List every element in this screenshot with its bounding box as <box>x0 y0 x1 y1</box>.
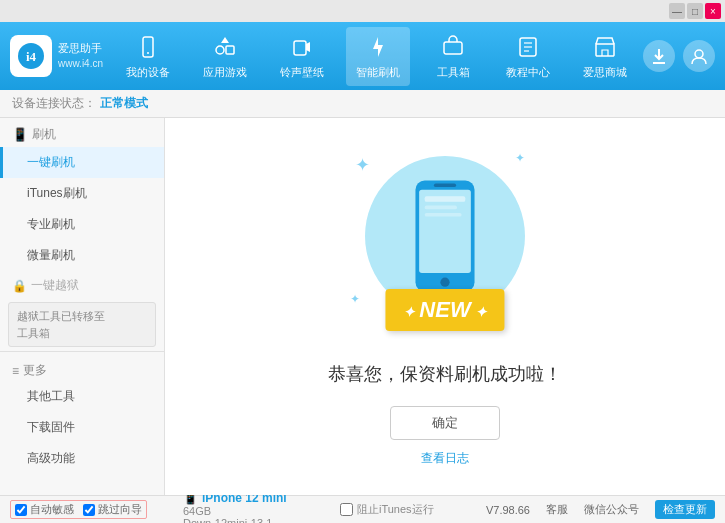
maximize-button[interactable]: □ <box>687 3 703 19</box>
nav-item-tutorials[interactable]: 教程中心 <box>496 27 560 86</box>
nav-label-toolbox: 工具箱 <box>437 65 470 80</box>
logo-text: 爱思助手 www.i4.cn <box>58 41 103 70</box>
top-nav: i4 爱思助手 www.i4.cn 我的设备 <box>0 22 725 90</box>
device-storage: 64GB <box>183 505 332 517</box>
svg-point-4 <box>216 46 224 54</box>
svg-point-13 <box>695 50 703 58</box>
svg-point-16 <box>440 278 449 287</box>
svg-rect-17 <box>434 183 456 187</box>
nav-item-smart-flash[interactable]: 智能刷机 <box>346 27 410 86</box>
sidebar-item-pro-flash[interactable]: 专业刷机 <box>0 209 164 240</box>
svg-rect-6 <box>294 41 306 55</box>
minimize-button[interactable]: — <box>669 3 685 19</box>
apps-icon <box>211 33 239 61</box>
nav-label-my-device: 我的设备 <box>126 65 170 80</box>
nav-item-toolbox[interactable]: 工具箱 <box>423 27 483 86</box>
device-info: 📱 iPhone 12 mini 64GB Down-12mini-13.1 <box>175 491 340 524</box>
svg-rect-20 <box>425 213 462 217</box>
nav-item-store[interactable]: 爱思商城 <box>573 27 637 86</box>
success-illustration: ✦ ✦ ✦ NEW <box>345 146 545 346</box>
logo-area: i4 爱思助手 www.i4.cn <box>10 35 110 77</box>
sidebar-item-other-tools[interactable]: 其他工具 <box>0 381 164 412</box>
sidebar-divider <box>0 351 164 352</box>
skip-checkbox[interactable] <box>83 504 95 516</box>
bottom-right: V7.98.66 客服 微信公众号 检查更新 <box>486 500 715 519</box>
sidebar-section-more: ≡ 更多 <box>0 356 164 381</box>
success-title: 恭喜您，保资料刷机成功啦！ <box>328 362 562 386</box>
sparkle3: ✦ <box>350 292 360 306</box>
auto-label: 自动敏感 <box>30 502 74 517</box>
svg-rect-19 <box>425 206 457 210</box>
nav-item-ringtones[interactable]: 铃声壁纸 <box>270 27 334 86</box>
sidebar-item-advanced[interactable]: 高级功能 <box>0 443 164 474</box>
flash-icon <box>364 33 392 61</box>
svg-rect-7 <box>444 42 462 54</box>
sidebar-item-itunes-flash[interactable]: iTunes刷机 <box>0 178 164 209</box>
nav-label-smart-flash: 智能刷机 <box>356 65 400 80</box>
itunes-checkbox[interactable] <box>340 503 353 516</box>
sidebar: 📱 刷机 一键刷机 iTunes刷机 专业刷机 微量刷机 🔒 一键越狱 越狱工具… <box>0 118 165 495</box>
sidebar-section-flash: 📱 刷机 <box>0 118 164 147</box>
checkbox-group: 自动敏感 跳过向导 <box>10 500 147 519</box>
device-version: Down-12mini-13.1 <box>183 517 332 524</box>
itunes-label: 阻止iTunes运行 <box>357 502 434 517</box>
tutorial-icon <box>514 33 542 61</box>
download-button[interactable] <box>643 40 675 72</box>
wechat-link[interactable]: 微信公众号 <box>584 502 639 517</box>
sidebar-item-micro-flash[interactable]: 微量刷机 <box>0 240 164 271</box>
status-bar: 设备连接状态： 正常模式 <box>0 90 725 118</box>
svg-text:i4: i4 <box>26 49 37 64</box>
bottom-bar: 自动敏感 跳过向导 📱 iPhone 12 mini 64GB Down-12m… <box>0 495 725 523</box>
svg-rect-15 <box>419 190 471 273</box>
ringtone-icon <box>288 33 316 61</box>
logo-icon: i4 <box>10 35 52 77</box>
flash-section-icon: 📱 <box>12 127 28 142</box>
nav-item-my-device[interactable]: 我的设备 <box>116 27 180 86</box>
status-label: 设备连接状态： <box>12 95 96 112</box>
sidebar-item-download-firmware[interactable]: 下载固件 <box>0 412 164 443</box>
svg-rect-5 <box>226 46 234 54</box>
sidebar-notice: 越狱工具已转移至 工具箱 <box>8 302 156 347</box>
status-value: 正常模式 <box>100 95 148 112</box>
skip-label: 跳过向导 <box>98 502 142 517</box>
nav-label-tutorials: 教程中心 <box>506 65 550 80</box>
title-bar: — □ × <box>0 0 725 22</box>
nav-item-apps[interactable]: 应用游戏 <box>193 27 257 86</box>
close-button[interactable]: × <box>705 3 721 19</box>
main-layout: 📱 刷机 一键刷机 iTunes刷机 专业刷机 微量刷机 🔒 一键越狱 越狱工具… <box>0 118 725 495</box>
account-button[interactable] <box>683 40 715 72</box>
sparkle1: ✦ <box>355 154 370 176</box>
support-link[interactable]: 客服 <box>546 502 568 517</box>
goto-log-link[interactable]: 查看日志 <box>421 450 469 467</box>
bottom-left: 自动敏感 跳过向导 <box>10 500 175 519</box>
nav-right <box>643 40 715 72</box>
store-icon <box>591 33 619 61</box>
auto-checkbox[interactable] <box>15 504 27 516</box>
confirm-button[interactable]: 确定 <box>390 406 500 440</box>
bottom-center: 阻止iTunes运行 <box>340 502 486 517</box>
new-badge: NEW <box>385 289 504 331</box>
nav-label-ringtones: 铃声壁纸 <box>280 65 324 80</box>
sidebar-jailbreak-title: 🔒 一键越狱 <box>0 271 164 298</box>
update-button[interactable]: 检查更新 <box>655 500 715 519</box>
nav-items: 我的设备 应用游戏 铃声壁纸 <box>110 27 643 86</box>
sidebar-item-one-key-flash[interactable]: 一键刷机 <box>0 147 164 178</box>
nav-label-store: 爱思商城 <box>583 65 627 80</box>
sparkle2: ✦ <box>515 151 525 165</box>
nav-label-apps: 应用游戏 <box>203 65 247 80</box>
svg-point-3 <box>147 52 149 54</box>
tools-icon <box>439 33 467 61</box>
version-label: V7.98.66 <box>486 504 530 516</box>
svg-rect-18 <box>425 196 466 202</box>
content-area: ✦ ✦ ✦ NEW 恭喜您，保资料刷机成功啦！ 确定 查看日志 <box>165 118 725 495</box>
phone-icon <box>134 33 162 61</box>
